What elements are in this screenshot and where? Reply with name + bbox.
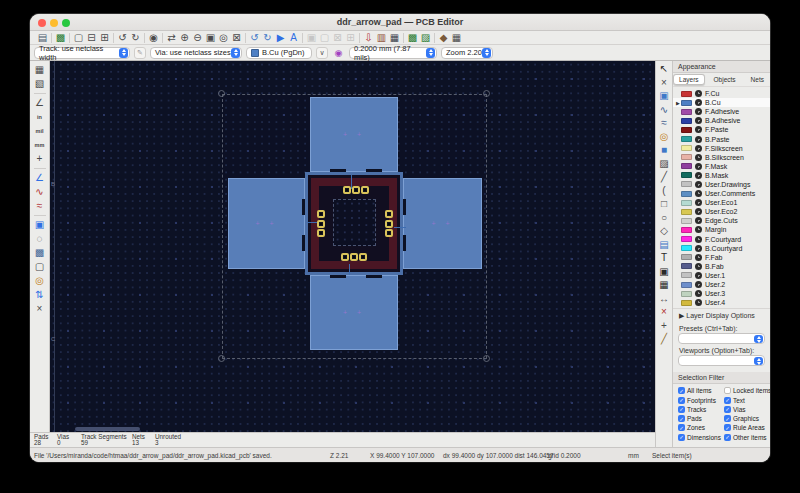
draw-rectangle-button[interactable]: □	[658, 198, 671, 210]
3d-viewer-button[interactable]: ▦	[388, 32, 401, 44]
minimize-button[interactable]	[50, 19, 58, 27]
filter-item-zones[interactable]: ✓Zones	[678, 424, 724, 432]
layer-row-user-4[interactable]: User.4	[673, 298, 770, 307]
add-table-button[interactable]: ▦	[658, 279, 671, 291]
lock-button[interactable]: ⊠	[331, 32, 344, 44]
ungroup-button[interactable]: ▢	[318, 32, 331, 44]
zoom-out-button[interactable]: ⊖	[191, 32, 204, 44]
filter-item-locked-items[interactable]: Locked items	[724, 387, 770, 395]
visibility-eye-icon[interactable]	[695, 90, 702, 97]
copper-zone-panel[interactable]: + +	[403, 178, 482, 269]
edit-track-widths-button[interactable]: ✎	[134, 47, 146, 59]
through-hole-pad[interactable]	[361, 186, 369, 194]
visibility-eye-icon[interactable]	[695, 254, 702, 261]
visibility-eye-icon[interactable]	[695, 299, 702, 306]
layer-row-user-2[interactable]: User.2	[673, 280, 770, 289]
add-via-button[interactable]: ◎	[658, 131, 671, 143]
zone-outline-mode-button[interactable]: ▢	[33, 261, 46, 273]
visibility-eye-icon[interactable]	[695, 199, 702, 206]
visibility-eye-icon[interactable]	[695, 145, 702, 152]
grid-overrides-button[interactable]: ▧	[33, 78, 46, 90]
layer-color-swatch[interactable]	[681, 209, 692, 215]
through-hole-pad[interactable]	[359, 253, 367, 261]
visibility-eye-icon[interactable]	[695, 226, 702, 233]
layer-row-user-1[interactable]: User.1	[673, 271, 770, 280]
layer-row-b-courtyard[interactable]: B.Courtyard	[673, 244, 770, 253]
via-layer-icon[interactable]: ◉	[332, 47, 345, 59]
stepper-icon[interactable]	[119, 48, 128, 58]
update-pcb-from-schematic-button[interactable]: ⇩	[362, 32, 375, 44]
refresh-view-button[interactable]: ⇄	[165, 32, 178, 44]
update-footprints-button[interactable]: ▨	[419, 32, 432, 44]
visibility-eye-icon[interactable]	[695, 117, 702, 124]
layer-color-swatch[interactable]	[681, 136, 692, 142]
layer-color-swatch[interactable]	[681, 109, 692, 115]
visibility-eye-icon[interactable]	[695, 208, 702, 215]
rotate-cw-button[interactable]: ↻	[261, 32, 274, 44]
through-hole-pad[interactable]	[385, 210, 393, 218]
checkbox-checked[interactable]: ✓	[678, 424, 685, 431]
measure-tool[interactable]: ╱	[658, 333, 671, 345]
drc-button[interactable]: ▥	[375, 32, 388, 44]
track-segment[interactable]	[349, 264, 350, 275]
layer-row-b-silkscreen[interactable]: B.Silkscreen	[673, 153, 770, 162]
layer-row-f-cu[interactable]: F.Cu	[673, 89, 770, 98]
layer-row-f-silkscreen[interactable]: F.Silkscreen	[673, 144, 770, 153]
route-tracks-button[interactable]: ∿	[658, 104, 671, 116]
save-button[interactable]: ▤	[36, 32, 49, 44]
layer-row-b-cu[interactable]: ▶B.Cu	[673, 98, 770, 107]
select-tool[interactable]: ↖	[658, 63, 671, 75]
checkbox-checked[interactable]: ✓	[678, 397, 685, 404]
copper-zone-panel[interactable]: + +	[310, 97, 398, 172]
visibility-eye-icon[interactable]	[695, 281, 702, 288]
units-mils-button[interactable]: mil	[33, 125, 46, 137]
flip-view-button[interactable]: ⇅	[33, 289, 46, 301]
presets-combobox[interactable]	[678, 333, 765, 344]
filter-item-graphics[interactable]: ✓Graphics	[724, 415, 770, 423]
layer-color-swatch[interactable]	[681, 200, 692, 206]
copper-zone-panel[interactable]: + +	[228, 178, 305, 269]
checkbox-checked[interactable]: ✓	[724, 434, 731, 441]
through-hole-pad[interactable]	[343, 186, 351, 194]
group-button[interactable]: ▣	[305, 32, 318, 44]
zoom-to-objects-button[interactable]: ◎	[217, 32, 230, 44]
checkbox-checked[interactable]: ✓	[678, 406, 685, 413]
draw-arc-button[interactable]: (	[658, 185, 671, 197]
filter-item-other-items[interactable]: ✓Other items	[724, 433, 770, 441]
visibility-eye-icon[interactable]	[695, 136, 702, 143]
viewports-combobox[interactable]	[678, 355, 765, 366]
layer-color-swatch[interactable]	[681, 172, 692, 178]
zoom-in-button[interactable]: ⊕	[178, 32, 191, 44]
layer-row-b-adhesive[interactable]: B.Adhesive	[673, 116, 770, 125]
find-button[interactable]: ◉	[147, 32, 160, 44]
layer-dropdown-button[interactable]: ∨	[316, 47, 328, 59]
crosshair-cursor-button[interactable]: +	[33, 153, 46, 165]
layer-row-f-courtyard[interactable]: F.Courtyard	[673, 235, 770, 244]
layer-row-edge-cuts[interactable]: Edge.Cuts	[673, 216, 770, 225]
rotate-ccw-button[interactable]: ↺	[248, 32, 261, 44]
add-text-button[interactable]: T	[658, 252, 671, 264]
draw-line-button[interactable]: ╱	[658, 171, 671, 183]
visibility-eye-icon[interactable]	[695, 245, 702, 252]
checkbox-checked[interactable]: ✓	[678, 387, 685, 394]
maximize-button[interactable]	[62, 19, 70, 27]
layer-row-user-eco1[interactable]: User.Eco1	[673, 198, 770, 207]
curved-ratsnest-button[interactable]: ≈	[33, 200, 46, 212]
layer-row-user-drawings[interactable]: User.Drawings	[673, 180, 770, 189]
add-footprint-button[interactable]: ▣	[658, 90, 671, 102]
units-mm-button[interactable]: mm	[33, 139, 46, 151]
zone-fill-mode-button[interactable]: ▩	[33, 247, 46, 259]
visibility-eye-icon[interactable]	[695, 190, 702, 197]
polar-coordinates-button[interactable]: ∠	[33, 97, 46, 109]
layer-select[interactable]: B.Cu (PgDn)	[246, 47, 312, 59]
through-hole-pad[interactable]	[341, 253, 349, 261]
zoom-to-selection-button[interactable]: ⊠	[230, 32, 243, 44]
print-button[interactable]: ⊟	[85, 32, 98, 44]
layer-color-swatch[interactable]	[681, 145, 692, 151]
board-setup-button[interactable]: ▩	[54, 32, 67, 44]
filter-item-pads[interactable]: ✓Pads	[678, 415, 724, 423]
layer-row-user-3[interactable]: User.3	[673, 289, 770, 298]
layer-color-swatch[interactable]	[681, 300, 692, 306]
calculator-tools-button[interactable]: ▦	[450, 32, 463, 44]
checkbox-unchecked[interactable]	[724, 387, 731, 394]
